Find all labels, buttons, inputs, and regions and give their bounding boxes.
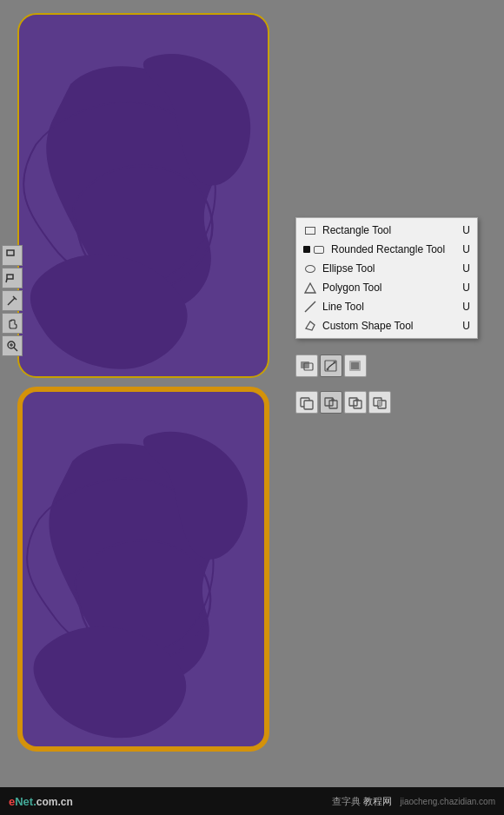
menu-item-polygon[interactable]: Polygon Tool U [296, 278, 477, 297]
menu-item-shortcut: U [462, 224, 470, 236]
ellipse-icon [303, 262, 317, 275]
menu-item-custom-shape[interactable]: Custom Shape Tool U [296, 316, 477, 335]
menu-item-rounded-rect[interactable]: Rounded Rectangle Tool U [296, 240, 477, 259]
menu-item-ellipse[interactable]: Ellipse Tool U [296, 259, 477, 278]
shape-layers-btn[interactable] [295, 354, 318, 377]
card-bottom [17, 387, 269, 752]
site-url: jiaocheng.chazidian.com [400, 797, 495, 806]
svg-line-10 [305, 301, 315, 312]
svg-rect-17 [351, 362, 359, 369]
add-to-shape-btn[interactable] [320, 391, 342, 414]
svg-rect-11 [301, 361, 309, 368]
svg-rect-0 [7, 250, 14, 255]
logo-net: Net. [15, 795, 36, 808]
bottom-left-logo: eNet.com.cn [9, 795, 73, 808]
shape-mode-toolbar [295, 354, 495, 377]
menu-item-label: Rounded Rectangle Tool [331, 243, 454, 255]
svg-point-15 [334, 361, 336, 364]
svg-point-14 [327, 368, 329, 371]
tool-select[interactable] [2, 245, 23, 266]
right-panel: Rectangle Tool U Rounded Rectangle Tool … [295, 217, 495, 414]
menu-item-shortcut: U [462, 301, 470, 313]
active-dot [303, 246, 310, 253]
svg-line-2 [6, 279, 7, 282]
menu-item-label: Line Tool [322, 301, 454, 313]
custom-shape-icon [303, 319, 317, 333]
tool-pen[interactable] [2, 290, 23, 311]
bottom-right-text: 查字典 教程网 jiaocheng.chazidian.com [332, 795, 495, 808]
rect-icon [303, 223, 317, 237]
menu-item-shortcut: U [462, 282, 470, 294]
svg-line-6 [14, 348, 17, 351]
menu-item-shortcut: U [462, 320, 470, 332]
rounded-rect-icon [312, 242, 326, 256]
path-ops-toolbar [295, 391, 495, 414]
menu-item-label: Ellipse Tool [322, 262, 454, 275]
fill-pixels-btn[interactable] [344, 354, 367, 377]
bottom-bar: eNet.com.cn 查字典 教程网 jiaocheng.chazidian.… [0, 787, 504, 815]
polygon-icon-wrap [303, 281, 317, 295]
site-type: 教程网 [363, 796, 392, 806]
menu-item-shortcut: U [462, 262, 470, 275]
tool-hand[interactable] [2, 313, 23, 334]
intersect-shape-btn[interactable] [368, 391, 391, 414]
menu-item-label: Custom Shape Tool [322, 320, 454, 332]
site-label: 查字典 [332, 796, 361, 806]
line-icon [303, 300, 317, 314]
tool-lasso[interactable] [2, 268, 23, 288]
menu-item-shortcut: U [462, 243, 470, 255]
svg-rect-29 [378, 401, 381, 406]
svg-rect-1 [7, 275, 13, 279]
card-top [17, 13, 269, 378]
logo-suffix: com.cn [36, 796, 73, 808]
tool-menu: Rectangle Tool U Rounded Rectangle Tool … [295, 217, 478, 339]
menu-item-line[interactable]: Line Tool U [296, 297, 477, 316]
new-shape-layer-btn[interactable] [295, 391, 318, 414]
svg-marker-9 [305, 283, 315, 293]
left-toolbar [0, 243, 24, 358]
subtract-from-shape-btn[interactable] [344, 391, 367, 414]
svg-rect-19 [304, 401, 313, 409]
tool-zoom[interactable] [2, 335, 23, 356]
menu-item-label: Polygon Tool [322, 282, 454, 294]
canvas-area [0, 0, 287, 815]
paths-btn[interactable] [320, 354, 342, 377]
menu-item-label: Rectangle Tool [322, 224, 454, 236]
menu-item-rectangle[interactable]: Rectangle Tool U [296, 221, 477, 240]
